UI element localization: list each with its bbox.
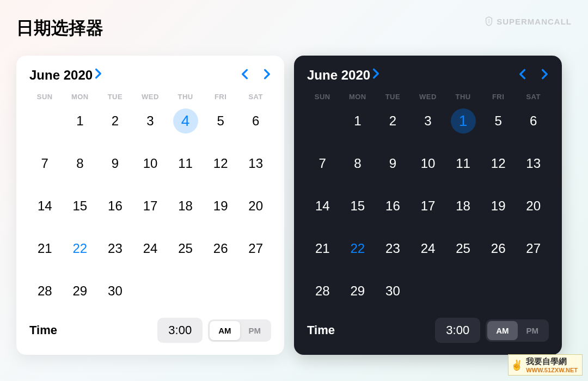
day-cell[interactable]: 11 <box>168 149 203 178</box>
month-label: June 2020 <box>29 68 93 83</box>
day-cell[interactable]: 13 <box>238 149 273 178</box>
watermark: ✌️ 我要自學網 WWW.51ZXW.NET <box>508 354 583 376</box>
day-cell[interactable]: 21 <box>27 234 63 263</box>
day-cell[interactable]: 29 <box>63 276 98 306</box>
day-cell[interactable]: 17 <box>133 191 168 221</box>
day-cell[interactable]: 15 <box>340 191 376 221</box>
day-cell[interactable]: 20 <box>516 191 551 221</box>
time-label: Time <box>307 323 335 337</box>
day-cell[interactable]: 8 <box>340 149 376 178</box>
watermark-icon: ✌️ <box>511 359 523 371</box>
datepicker-light: June 2020 SUNMONTUEWEDTHUFRISAT 12345678… <box>16 56 284 355</box>
day-grid: 1234567891011121314151617181920212223242… <box>27 106 273 306</box>
day-cell[interactable]: 4 <box>168 106 203 136</box>
chevron-right-icon <box>372 68 380 83</box>
next-month-button[interactable] <box>264 68 271 82</box>
day-cell[interactable]: 20 <box>238 191 273 221</box>
weekday-label: TUE <box>97 93 133 101</box>
day-cell[interactable]: 16 <box>97 191 133 221</box>
day-cell[interactable]: 25 <box>445 234 481 263</box>
day-cell[interactable]: 14 <box>27 191 63 221</box>
day-cell[interactable]: 12 <box>203 149 238 178</box>
prev-month-button[interactable] <box>518 68 526 82</box>
day-cell[interactable]: 23 <box>375 234 411 263</box>
day-cell[interactable]: 17 <box>411 191 446 221</box>
day-cell[interactable]: 2 <box>97 106 133 136</box>
weekday-label: TUE <box>375 93 411 101</box>
day-cell[interactable]: 1 <box>340 106 376 136</box>
day-cell[interactable]: 8 <box>63 149 98 178</box>
day-cell[interactable]: 5 <box>481 106 516 136</box>
day-cell[interactable]: 26 <box>203 234 238 263</box>
day-cell[interactable]: 22 <box>340 234 376 263</box>
day-cell[interactable]: 14 <box>305 191 340 221</box>
day-cell[interactable]: 2 <box>375 106 411 136</box>
day-cell[interactable]: 12 <box>481 149 516 178</box>
am-segment[interactable]: AM <box>210 321 240 340</box>
pm-segment[interactable]: PM <box>518 321 548 340</box>
day-cell[interactable]: 23 <box>97 234 133 263</box>
day-cell-empty <box>27 106 63 136</box>
weekday-label: SAT <box>238 93 273 101</box>
weekday-label: SAT <box>516 93 551 101</box>
weekday-header: SUNMONTUEWEDTHUFRISAT <box>305 93 551 101</box>
day-cell[interactable]: 30 <box>375 276 411 306</box>
month-label: June 2020 <box>307 68 370 83</box>
day-cell[interactable]: 3 <box>133 106 168 136</box>
day-cell[interactable]: 9 <box>97 149 133 178</box>
chevron-right-icon <box>95 68 102 83</box>
weekday-label: FRI <box>203 93 238 101</box>
am-segment[interactable]: AM <box>487 321 517 340</box>
weekday-label: THU <box>168 93 203 101</box>
ampm-toggle: AM PM <box>486 319 549 342</box>
day-cell[interactable]: 6 <box>238 106 273 136</box>
weekday-label: MON <box>340 93 376 101</box>
day-cell[interactable]: 7 <box>305 149 340 178</box>
day-cell[interactable]: 24 <box>133 234 168 263</box>
weekday-label: MON <box>63 93 98 101</box>
day-cell[interactable]: 7 <box>27 149 63 178</box>
day-cell[interactable]: 18 <box>168 191 203 221</box>
weekday-label: WED <box>411 93 446 101</box>
day-cell[interactable]: 3 <box>411 106 446 136</box>
month-selector[interactable]: June 2020 <box>29 68 102 83</box>
weekday-label: SUN <box>27 93 63 101</box>
day-cell[interactable]: 21 <box>305 234 340 263</box>
day-cell[interactable]: 28 <box>305 276 340 306</box>
pm-segment[interactable]: PM <box>240 321 270 340</box>
day-cell[interactable]: 10 <box>133 149 168 178</box>
day-cell[interactable]: 28 <box>27 276 63 306</box>
day-grid: 1231567891011121314151617181920212223242… <box>305 106 551 306</box>
day-cell[interactable]: 16 <box>375 191 411 221</box>
day-cell[interactable]: 29 <box>340 276 376 306</box>
time-label: Time <box>29 323 57 337</box>
time-input[interactable]: 3:00 <box>157 318 203 343</box>
brand-label: SUPERMANCALL <box>485 16 572 26</box>
day-cell[interactable]: 1 <box>445 106 481 136</box>
day-cell[interactable]: 27 <box>516 234 551 263</box>
day-cell[interactable]: 22 <box>63 234 98 263</box>
day-cell[interactable]: 26 <box>481 234 516 263</box>
day-cell[interactable]: 11 <box>445 149 481 178</box>
month-selector[interactable]: June 2020 <box>307 68 380 83</box>
day-cell[interactable]: 19 <box>481 191 516 221</box>
time-input[interactable]: 3:00 <box>435 318 480 343</box>
day-cell[interactable]: 9 <box>375 149 411 178</box>
day-cell[interactable]: 1 <box>63 106 98 136</box>
day-cell[interactable]: 5 <box>203 106 238 136</box>
day-cell[interactable]: 24 <box>411 234 446 263</box>
day-cell[interactable]: 27 <box>238 234 273 263</box>
prev-month-button[interactable] <box>241 68 248 82</box>
day-cell[interactable]: 25 <box>168 234 203 263</box>
next-month-button[interactable] <box>541 68 549 82</box>
datepicker-dark: June 2020 SUNMONTUEWEDTHUFRISAT 12315678… <box>294 56 562 355</box>
weekday-label: SUN <box>305 93 340 101</box>
day-cell[interactable]: 30 <box>97 276 133 306</box>
day-cell-empty <box>305 106 340 136</box>
day-cell[interactable]: 19 <box>203 191 238 221</box>
day-cell[interactable]: 15 <box>63 191 98 221</box>
day-cell[interactable]: 10 <box>411 149 446 178</box>
day-cell[interactable]: 13 <box>516 149 551 178</box>
day-cell[interactable]: 18 <box>445 191 481 221</box>
day-cell[interactable]: 6 <box>516 106 551 136</box>
